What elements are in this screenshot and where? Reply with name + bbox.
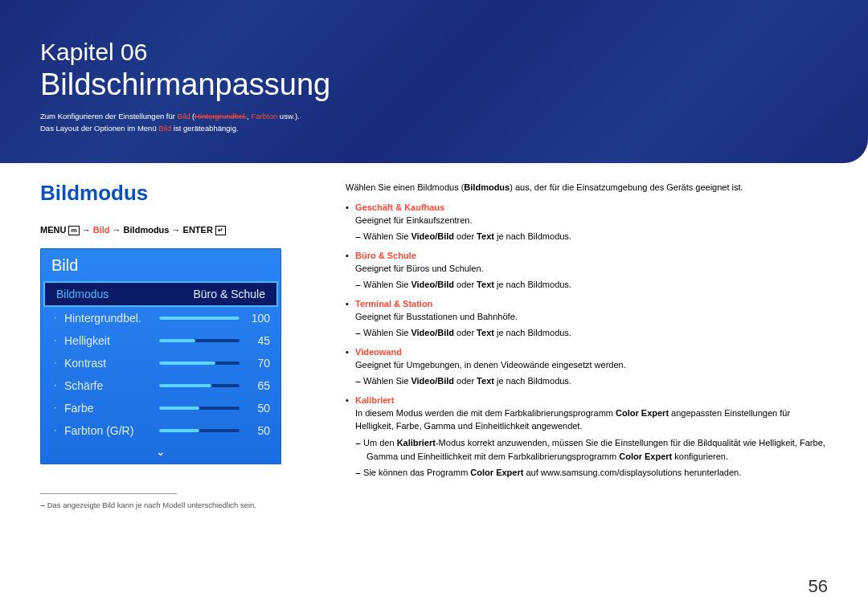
osd-row-label: Farbton (G/R) xyxy=(64,424,153,437)
osd-row[interactable]: ·Hintergrundbel.100 xyxy=(40,307,281,329)
bullet-icon: · xyxy=(51,358,59,369)
bullet-icon: · xyxy=(51,335,59,346)
mode-sub-item: Um den Kalibriert-Modus korrekt anzuwend… xyxy=(355,436,828,464)
mode-sub-item: Wählen Sie Video/Bild oder Text je nach … xyxy=(355,278,828,292)
menu-icon: m xyxy=(68,226,79,235)
bullet-icon: · xyxy=(51,313,59,324)
slider[interactable] xyxy=(159,317,240,320)
mode-sub-item: Sie können das Programm Color Expert auf… xyxy=(355,466,828,480)
osd-row-value: 50 xyxy=(246,424,270,437)
mode-sub-item: Wählen Sie Video/Bild oder Text je nach … xyxy=(355,230,828,244)
osd-row-label: Schärfe xyxy=(64,379,153,392)
enter-icon: ↵ xyxy=(215,226,226,235)
osd-panel: Bild Bildmodus Büro & Schule ·Hintergrun… xyxy=(40,248,281,464)
osd-row-value: 100 xyxy=(246,312,270,325)
mode-item: •Geschäft & KaufhausGeeignet für Einkauf… xyxy=(346,202,828,244)
modes-list: •Geschäft & KaufhausGeeignet für Einkauf… xyxy=(346,202,828,480)
osd-row-label: Kontrast xyxy=(64,357,153,370)
chapter-banner: Kapitel 06 Bildschirmanpassung Zum Konfi… xyxy=(0,0,868,163)
bullet-icon: · xyxy=(51,380,59,391)
slider[interactable] xyxy=(159,339,240,342)
osd-row-value: 50 xyxy=(246,402,270,415)
left-column: Bildmodus MENU m → Bild → Bildmodus → EN… xyxy=(40,181,313,509)
chapter-title: Bildschirmanpassung xyxy=(40,67,828,102)
menu-path: MENU m → Bild → Bildmodus → ENTER ↵ xyxy=(40,225,313,235)
intro-text: Wählen Sie einen Bildmodus (Bildmodus) a… xyxy=(346,181,828,194)
slider[interactable] xyxy=(159,384,240,387)
slider[interactable] xyxy=(159,362,240,365)
right-column: Wählen Sie einen Bildmodus (Bildmodus) a… xyxy=(346,181,828,509)
footnote: ‒ Das angezeigte Bild kann je nach Model… xyxy=(40,501,313,509)
osd-row-label: Hintergrundbel. xyxy=(64,312,153,325)
osd-row[interactable]: ·Schärfe65 xyxy=(40,374,281,397)
osd-row-label: Helligkeit xyxy=(64,334,153,347)
osd-row-bildmodus[interactable]: Bildmodus Büro & Schule xyxy=(43,281,278,307)
mode-sub-item: Wählen Sie Video/Bild oder Text je nach … xyxy=(355,326,828,341)
chapter-number: Kapitel 06 xyxy=(40,39,828,66)
chapter-description: Zum Konfigurieren der Einstellungen für … xyxy=(40,110,828,134)
bullet-icon: · xyxy=(51,403,59,414)
mode-item: •KalibriertIn diesem Modus werden die mi… xyxy=(346,395,828,480)
section-heading: Bildmodus xyxy=(40,181,313,206)
osd-row[interactable]: ·Helligkeit45 xyxy=(40,329,281,352)
slider[interactable] xyxy=(159,407,240,410)
osd-row-value: 65 xyxy=(246,379,270,392)
osd-row-value: 70 xyxy=(246,357,270,370)
slider[interactable] xyxy=(159,429,240,432)
chevron-down-icon[interactable]: ⌄ xyxy=(40,442,281,460)
mode-item: •VideowandGeeignet für Umgebungen, in de… xyxy=(346,347,828,389)
osd-title: Bild xyxy=(40,248,281,281)
mode-item: •Büro & SchuleGeeignet für Büros und Sch… xyxy=(346,251,828,292)
osd-row[interactable]: ·Kontrast70 xyxy=(40,352,281,374)
mode-item: •Terminal & StationGeeignet für Busstati… xyxy=(346,299,828,341)
osd-row-value: 45 xyxy=(246,334,270,347)
bullet-icon: · xyxy=(51,425,59,436)
mode-sub-item: Wählen Sie Video/Bild oder Text je nach … xyxy=(355,374,828,389)
osd-row-label: Farbe xyxy=(64,402,153,415)
osd-row[interactable]: ·Farbton (G/R)50 xyxy=(40,419,281,442)
osd-row[interactable]: ·Farbe50 xyxy=(40,397,281,419)
page-number: 56 xyxy=(809,576,828,597)
footnote-separator xyxy=(40,493,177,494)
